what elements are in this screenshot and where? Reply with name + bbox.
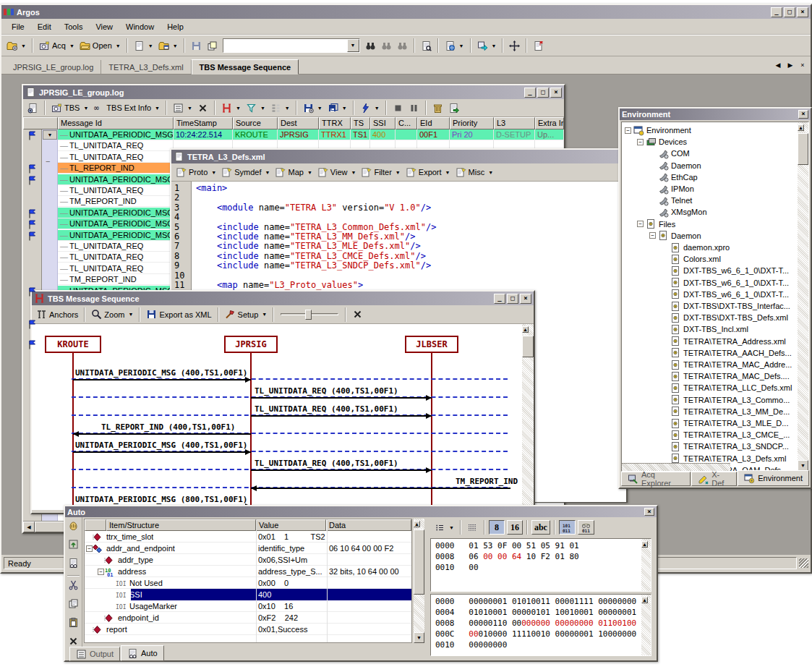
tree-item[interactable]: TETRA\TETRA_L3_MLE_D... xyxy=(662,417,789,429)
column-header-value[interactable]: Value xyxy=(256,519,326,531)
column-header-c-[interactable]: C... xyxy=(396,117,417,129)
pan-button[interactable] xyxy=(507,39,522,53)
watch-row[interactable]: IOIUsageMarker0x10 16 xyxy=(85,600,411,612)
binary-view-button[interactable]: 101011 xyxy=(559,520,576,535)
map-dropdown[interactable]: Map▼ xyxy=(273,166,314,179)
list-view-button[interactable]: ▼ xyxy=(171,101,195,115)
panel-tab-acq-explorer[interactable]: Acq Explorer xyxy=(621,472,691,486)
tree-item[interactable]: TETRA\TETRA_MAC_Defs.... xyxy=(662,370,790,382)
copy-button[interactable] xyxy=(68,598,79,609)
column-header-message-id[interactable]: Message Id xyxy=(58,117,174,129)
export-dropdown[interactable]: Export▼ xyxy=(403,166,453,179)
search-input[interactable] xyxy=(223,39,347,52)
tree-item[interactable]: Telnet xyxy=(649,195,692,206)
column-header-ssi[interactable]: SSI xyxy=(370,117,396,129)
ascii-view-button[interactable]: abc xyxy=(531,520,550,535)
tree-item[interactable]: EthCap xyxy=(649,171,698,183)
tree-item[interactable]: −Devices xyxy=(637,136,687,148)
watch-table-scrollbar[interactable]: ▲▼ xyxy=(414,519,424,643)
tree-item[interactable]: DXT-TBS\DXT-TBS_Interfac... xyxy=(662,300,790,312)
tree-expander[interactable]: − xyxy=(649,232,656,239)
watch-row[interactable]: ttrx_time_slot0x01 1 TS2 xyxy=(85,531,411,543)
stop-button[interactable] xyxy=(390,101,406,115)
open-file-button[interactable]: ▼ xyxy=(156,39,180,53)
scrollbar-thumb[interactable] xyxy=(414,529,424,595)
tree-item[interactable]: Daemon xyxy=(649,160,701,171)
hex-scrollbar[interactable]: ▲ xyxy=(641,595,651,655)
find-button[interactable] xyxy=(363,39,378,53)
tree-item[interactable]: −Daemon xyxy=(649,230,701,242)
scrollbar-thumb[interactable] xyxy=(522,336,534,357)
column-header-item-structure[interactable]: Item/Structure xyxy=(106,519,256,531)
panel-tab-auto[interactable]: Auto xyxy=(121,645,164,661)
main-maximize-button[interactable]: □ xyxy=(784,7,795,17)
byte-view-button[interactable]: 8 xyxy=(489,520,505,535)
environment-close-button[interactable]: × xyxy=(798,110,808,119)
tbs-ext-info-dropdown[interactable]: ∞TBS Ext Info▼ xyxy=(91,101,162,115)
tab-scroll-left-button[interactable]: ◀ xyxy=(773,60,783,70)
new-document-button[interactable]: ▼ xyxy=(132,39,155,53)
panel-tab-output[interactable]: Output xyxy=(69,647,120,661)
clear-list-button[interactable] xyxy=(195,101,210,115)
column-header-ttrx[interactable]: TTRX xyxy=(319,117,351,129)
hex-scrollbar[interactable]: ▲ xyxy=(641,539,651,591)
view-options-button[interactable]: ▼ xyxy=(443,39,466,53)
open-project-button[interactable]: ▼ xyxy=(4,39,28,53)
tree-item[interactable]: Colors.xml xyxy=(662,253,721,265)
tab-jprsig-le-group-log[interactable]: JPRSIG_LE_group.log xyxy=(6,60,101,74)
tree-item[interactable]: DXT-TBS_w6_6_1_0\DXT-T... xyxy=(662,265,789,276)
tree-collapse-mark[interactable]: − xyxy=(46,157,50,166)
symdef-dropdown[interactable]: Symdef▼ xyxy=(219,166,272,179)
anchors-button[interactable]: Anchors xyxy=(34,307,80,321)
column-header-source[interactable]: Source xyxy=(233,117,278,129)
tab-tetra-l3-defs-xml[interactable]: TETRA_L3_Defs.xml xyxy=(101,60,191,74)
tree-item[interactable]: daemon.xpro xyxy=(662,242,730,253)
tree-expander[interactable]: − xyxy=(637,221,644,227)
proto-dropdown[interactable]: Proto▼ xyxy=(174,166,218,179)
sequence-vertical-scrollbar[interactable]: ▲ xyxy=(522,324,534,513)
filter-dropdown[interactable]: Filter▼ xyxy=(359,166,402,179)
scrollbar-thumb[interactable] xyxy=(798,133,808,165)
column-header-extra-inf[interactable]: Extra Inf xyxy=(535,117,564,129)
watch-row[interactable]: report0x01,Success xyxy=(85,624,411,635)
tree-item[interactable]: IPMon xyxy=(649,183,694,195)
delete-log-button[interactable] xyxy=(430,101,445,115)
zoom-dropdown[interactable]: Zoom▼ xyxy=(89,307,135,321)
tree-item[interactable]: TETRA\TETRA_MAC_Addre... xyxy=(662,359,792,370)
scroll-up-button[interactable]: ▲ xyxy=(414,521,420,527)
acq-button[interactable]: Acq▼ xyxy=(37,39,77,53)
trigger-button[interactable]: ▼ xyxy=(358,101,382,115)
scroll-up-button[interactable]: ▲ xyxy=(641,597,648,603)
export-button[interactable]: ▼ xyxy=(475,39,499,53)
export-up-button[interactable] xyxy=(68,539,79,550)
tab-scroll-right-button[interactable]: ▶ xyxy=(785,60,795,70)
main-minimize-button[interactable]: _ xyxy=(771,7,782,17)
bitfield-view-button[interactable]: 011 xyxy=(578,520,594,535)
export-xml-button[interactable]: Export as XML xyxy=(144,307,213,321)
grid-button[interactable] xyxy=(465,521,480,535)
find-prev-button[interactable] xyxy=(395,39,410,53)
panel-tab-x-def[interactable]: X-Def xyxy=(691,472,737,486)
row-expand-dropdown[interactable]: ▼ xyxy=(43,130,57,140)
tbs-dropdown[interactable]: TBS▼ xyxy=(49,101,90,115)
seq-close-button[interactable]: × xyxy=(520,294,531,304)
tree-item[interactable]: TETRA\TETRA_L3_Commo... xyxy=(662,394,790,406)
tree-expander[interactable]: − xyxy=(625,127,631,134)
column-header-eid[interactable]: EId xyxy=(417,117,450,129)
tree-item[interactable]: TETRA\TETRA_AACH_Defs... xyxy=(662,347,792,359)
column-header-l3[interactable]: L3 xyxy=(494,117,535,129)
filter-button[interactable]: ▼ xyxy=(244,101,268,115)
column-header-data[interactable]: Data xyxy=(326,519,411,531)
resize-grip[interactable] xyxy=(799,558,808,568)
tree-item[interactable]: TETRA\TETRA_Address.xml xyxy=(662,336,786,347)
word-view-button[interactable]: 16 xyxy=(507,520,523,535)
misc-dropdown[interactable]: Misc▼ xyxy=(453,166,496,179)
sequence-view-button[interactable]: ▼ xyxy=(219,101,243,115)
tree-item[interactable]: DXT-TBS\DXT-TBS_Defs.xml xyxy=(662,312,788,323)
cut-button[interactable] xyxy=(68,579,79,590)
seq-maximize-button[interactable]: □ xyxy=(507,294,518,304)
column-header-ts[interactable]: TS xyxy=(351,117,370,129)
watch-row[interactable]: IOINot Used0x00 0 xyxy=(85,577,411,589)
table-row[interactable]: —UNITDATA_PERIODIC_MSG10:24:22.514KROUTE… xyxy=(58,129,564,140)
watch-row[interactable]: addr_type0x06,SSI+Um xyxy=(85,554,411,566)
